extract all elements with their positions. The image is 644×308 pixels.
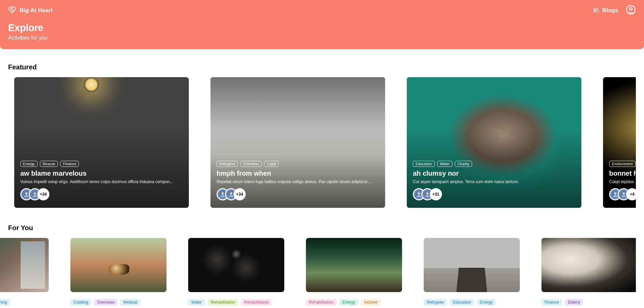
- foryou-card-image: [541, 238, 636, 292]
- svg-point-1: [629, 8, 632, 10]
- tag: Education: [413, 161, 435, 167]
- brand-name: Big At Heart: [20, 7, 53, 14]
- foryou-card-image: [188, 238, 284, 292]
- page-subtitle: Activities for you: [8, 35, 636, 41]
- foryou-card[interactable]: Teaching2023: [0, 238, 49, 308]
- tag: Finance: [541, 299, 562, 306]
- tag: Water: [437, 161, 452, 167]
- tag: Rescue: [40, 161, 58, 167]
- tag: Legal: [264, 161, 279, 167]
- foryou-card-image: [70, 238, 166, 292]
- featured-card-title: ah clumsy nor: [413, 170, 575, 177]
- svg-point-17: [623, 192, 625, 195]
- tag: Income: [361, 299, 380, 306]
- svg-point-13: [426, 192, 429, 195]
- featured-card[interactable]: Environmentbonnet hCoepi tepidus+4: [603, 77, 636, 208]
- attendee-avatars: +34: [217, 188, 379, 200]
- tag: Water: [188, 299, 205, 306]
- foryou-card[interactable]: RehabilitationEnergyIncomeDecember 4 202…: [306, 238, 402, 308]
- svg-point-11: [418, 192, 420, 195]
- tag: Rehabilitation: [241, 299, 272, 306]
- tag: Energy: [477, 299, 496, 306]
- tag: Rehabilitation: [208, 299, 239, 306]
- featured-card[interactable]: EducationWaterCharityah clumsy norCur as…: [407, 77, 581, 208]
- featured-card-title: hmph from when: [217, 170, 379, 177]
- featured-card-desc: Cur asper tamquam amplus. Terra sum enim…: [413, 179, 575, 184]
- featured-card-desc: Coepi tepidus: [609, 179, 636, 184]
- foryou-carousel[interactable]: Teaching2023CookingOverseasMedicalDecemb…: [0, 238, 636, 308]
- attendee-avatars: +31: [413, 188, 575, 200]
- svg-point-9: [230, 192, 232, 195]
- svg-point-3: [25, 192, 28, 195]
- foryou-card[interactable]: CookingOverseasMedicalDecember 8 2023: [70, 238, 166, 308]
- tag: Elderly: [565, 299, 583, 306]
- featured-card-title: bonnet h: [609, 170, 636, 177]
- library-icon: [593, 6, 600, 15]
- foryou-card-image: [424, 238, 520, 292]
- svg-point-5: [34, 192, 36, 195]
- featured-heading: Featured: [8, 63, 636, 71]
- blogs-label: Blogs: [602, 7, 618, 14]
- foryou-heading: For You: [8, 224, 636, 232]
- foryou-card-image: [306, 238, 402, 292]
- tag: Charity: [455, 161, 472, 167]
- svg-point-15: [614, 192, 617, 195]
- brand[interactable]: Big At Heart: [8, 6, 53, 15]
- featured-card-desc: Vulnus impedit volup virgo. Aedificium t…: [20, 179, 183, 184]
- tag: Overseas: [240, 161, 262, 167]
- tag: Finance: [60, 161, 79, 167]
- page-title: Explore: [8, 22, 636, 34]
- app-header: Big At Heart Blogs Explore Activities fo…: [0, 0, 644, 49]
- attendee-extra-count: +31: [430, 188, 442, 200]
- tag: Cooking: [70, 299, 91, 306]
- tag: Energy: [20, 161, 38, 167]
- attendee-avatars: +34: [20, 188, 183, 200]
- featured-card-title: aw blame marvelous: [20, 170, 183, 177]
- tag: Energy: [339, 299, 358, 306]
- attendee-avatars: +4: [609, 188, 636, 200]
- attendee-extra-count: +4: [626, 188, 636, 200]
- featured-card-desc: Repellat utrum tolero fuga balbus crapul…: [217, 179, 379, 184]
- tag: Medical: [120, 299, 140, 306]
- tag: Refugees: [424, 299, 447, 306]
- featured-carousel[interactable]: EnergyRescueFinanceaw blame marvelousVul…: [8, 77, 636, 210]
- attendee-extra-count: +34: [37, 188, 49, 200]
- user-avatar-button[interactable]: [626, 5, 636, 16]
- blogs-link[interactable]: Blogs: [593, 6, 618, 15]
- featured-card[interactable]: EnergyRescueFinanceaw blame marvelousVul…: [14, 77, 189, 208]
- foryou-card[interactable]: RefugeesEducationEnergyDecember 3 2023: [424, 238, 520, 308]
- attendee-extra-count: +34: [234, 188, 246, 200]
- logo-heart-icon: [8, 6, 16, 15]
- tag: Refugees: [217, 161, 238, 167]
- tag: Overseas: [94, 299, 117, 306]
- foryou-card[interactable]: WaterRehabilitationRehabilitationDecembe…: [188, 238, 284, 308]
- foryou-card[interactable]: FinanceElderlyDecember 2 2023: [541, 238, 636, 308]
- tag: Rehabilitation: [306, 299, 337, 306]
- tag: Environment: [609, 161, 636, 167]
- tag: Teaching: [0, 299, 10, 306]
- foryou-card-image: [0, 238, 49, 292]
- featured-card[interactable]: RefugeesOverseasLegalhmph from whenRepel…: [210, 77, 385, 208]
- tag: Education: [450, 299, 474, 306]
- svg-point-7: [222, 192, 224, 195]
